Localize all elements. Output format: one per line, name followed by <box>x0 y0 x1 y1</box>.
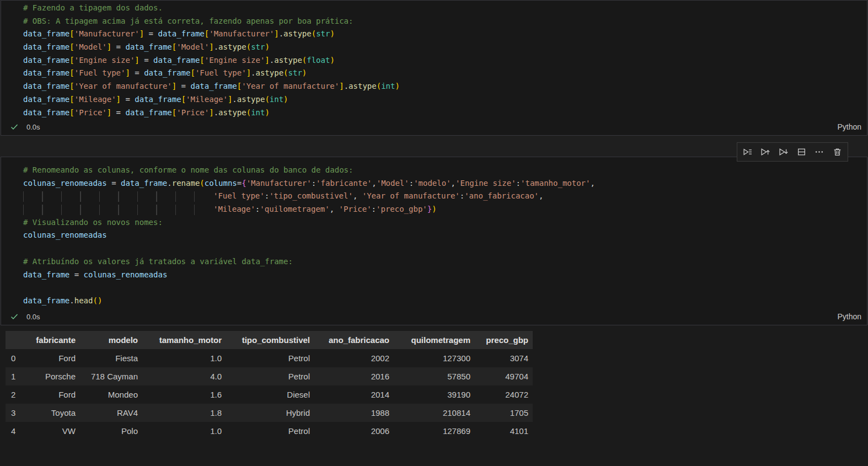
table-cell: Porsche <box>26 367 80 385</box>
table-cell: 57850 <box>394 367 475 385</box>
table-cell: 1.0 <box>142 422 226 440</box>
code-line <box>23 281 867 294</box>
table-cell: VW <box>26 422 80 440</box>
table-cell: Diesel <box>226 385 314 404</box>
cell-1-execution-time: 0.0s <box>26 123 40 131</box>
execute-above-button[interactable] <box>758 144 773 160</box>
code-line: data_frame['Fuel type'] = data_frame['Fu… <box>23 67 867 80</box>
column-header: tipo_combustivel <box>226 331 314 349</box>
code-line: # Fazendo a tipagem dos dados. <box>23 2 867 15</box>
success-check-icon <box>10 312 19 321</box>
code-line: data_frame.head() <box>23 294 867 308</box>
table-cell: 4.0 <box>142 367 226 385</box>
indent-guides <box>23 191 213 202</box>
more-actions-button[interactable] <box>812 144 827 160</box>
table-cell: 2014 <box>314 385 394 404</box>
table-cell: 2002 <box>314 349 394 367</box>
table-row: 0FordFiesta1.0Petrol20021273003074 <box>6 349 533 367</box>
table-cell: Ford <box>26 385 80 404</box>
split-cell-button[interactable] <box>794 144 809 160</box>
dataframe-table: fabricantemodelotamanho_motortipo_combus… <box>6 331 533 440</box>
execute-above-icon <box>760 147 770 157</box>
dataframe-header: fabricantemodelotamanho_motortipo_combus… <box>6 331 533 349</box>
table-cell: 127300 <box>394 349 475 367</box>
column-header: fabricante <box>26 331 80 349</box>
cell-2-output-area: fabricantemodelotamanho_motortipo_combus… <box>0 325 868 466</box>
success-check-icon <box>10 122 19 131</box>
table-cell: Petrol <box>226 349 314 367</box>
code-line: data_frame['Price'] = data_frame['Price'… <box>23 106 867 120</box>
code-line <box>23 242 867 255</box>
cell-1-language-label[interactable]: Python <box>837 122 861 131</box>
code-line: 'Mileage':'quilometragem', 'Price':'prec… <box>23 203 867 216</box>
code-line: colunas_renomeadas = data_frame.rename(c… <box>23 177 867 190</box>
table-cell: 1.0 <box>142 349 226 367</box>
code-line: data_frame['Model'] = data_frame['Model'… <box>23 41 867 54</box>
code-line: # Atribuíndo os valores já tratados a va… <box>23 255 867 269</box>
table-cell: 1.6 <box>142 385 226 404</box>
table-cell: Toyota <box>26 404 80 422</box>
execute-below-button[interactable] <box>776 144 791 160</box>
table-cell: 1705 <box>475 404 533 422</box>
table-cell: Mondeo <box>80 385 142 404</box>
table-cell: Hybrid <box>226 404 314 422</box>
code-line: # Visualizando os novos nomes: <box>23 216 867 229</box>
column-header: tamanho_motor <box>142 331 226 349</box>
more-actions-icon <box>815 147 824 157</box>
cell-toolbar <box>737 142 848 162</box>
row-index: 2 <box>6 385 26 404</box>
column-header: preco_gbp <box>475 331 533 349</box>
row-index: 3 <box>6 404 26 422</box>
table-cell: 24072 <box>475 385 533 404</box>
cell-2-status-bar: 0.0s Python <box>1 308 867 325</box>
table-cell: RAV4 <box>80 404 142 422</box>
run-by-line-icon <box>743 147 752 157</box>
cell-1-code-editor[interactable]: # Fazendo a tipagem dos dados.# OBS: A t… <box>1 1 867 119</box>
code-line: data_frame = colunas_renomeadas <box>23 269 867 282</box>
column-header: ano_fabricacao <box>314 331 394 349</box>
column-header: quilometragem <box>394 331 475 349</box>
table-row: 2FordMondeo1.6Diesel20143919024072 <box>6 385 533 404</box>
table-cell: 718 Cayman <box>80 367 142 385</box>
table-cell: 1.8 <box>142 404 226 422</box>
indent-guides <box>23 205 213 215</box>
code-line: data_frame['Engine size'] = data_frame['… <box>23 54 867 67</box>
row-index: 1 <box>6 367 26 385</box>
table-cell: Petrol <box>226 367 314 385</box>
table-cell: 127869 <box>394 422 475 440</box>
execute-below-icon <box>779 147 788 157</box>
table-row: 1Porsche718 Cayman4.0Petrol2016578504970… <box>6 367 533 385</box>
notebook-cell-2: # Renomeando as colunas, conforme o nome… <box>1 157 867 325</box>
table-cell: Fiesta <box>80 349 142 367</box>
table-cell: Polo <box>80 422 142 440</box>
column-header <box>6 331 26 349</box>
run-by-line-button[interactable] <box>740 144 755 160</box>
cell-2-execution-time: 0.0s <box>26 313 40 321</box>
cell-2-code-editor[interactable]: # Renomeando as colunas, conforme o nome… <box>1 157 867 308</box>
table-cell: 2006 <box>314 422 394 440</box>
table-cell: Petrol <box>226 422 314 440</box>
table-cell: 2016 <box>314 367 394 385</box>
delete-cell-button[interactable] <box>830 144 845 160</box>
code-line: colunas_renomeadas <box>23 229 867 242</box>
code-line: data_frame['Manufacturer'] = data_frame[… <box>23 28 867 41</box>
cell-2-language-label[interactable]: Python <box>837 312 861 321</box>
table-cell: 4101 <box>475 422 533 440</box>
table-cell: 1988 <box>314 404 394 422</box>
code-line: # Renomeando as colunas, conforme o nome… <box>23 164 867 177</box>
row-index: 4 <box>6 422 26 440</box>
code-line: 'Fuel type':'tipo_combustivel', 'Year of… <box>23 190 867 203</box>
table-row: 3ToyotaRAV41.8Hybrid19882108141705 <box>6 404 533 422</box>
delete-cell-icon <box>833 147 842 157</box>
table-cell: 49704 <box>475 367 533 385</box>
table-cell: Ford <box>26 349 80 367</box>
table-cell: 39190 <box>394 385 475 404</box>
code-line: # OBS: A tipagem acima já está correta, … <box>23 15 867 28</box>
notebook-cell-1: # Fazendo a tipagem dos dados.# OBS: A t… <box>1 0 867 136</box>
split-cell-icon <box>797 147 806 157</box>
table-cell: 210814 <box>394 404 475 422</box>
column-header: modelo <box>80 331 142 349</box>
code-line: data_frame['Mileage'] = data_frame['Mile… <box>23 93 867 106</box>
row-index: 0 <box>6 349 26 367</box>
code-line: data_frame['Year of manufacture'] = data… <box>23 80 867 93</box>
